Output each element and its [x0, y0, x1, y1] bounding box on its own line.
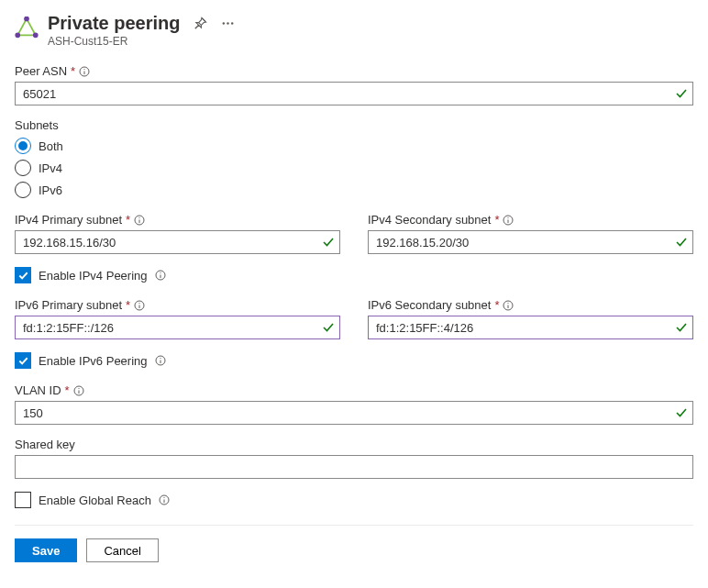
ipv6-primary-input[interactable] — [15, 316, 340, 339]
ipv4-secondary-input[interactable] — [368, 230, 693, 254]
svg-point-3 — [223, 22, 225, 24]
divider — [15, 525, 693, 526]
peer-asn-label: Peer ASN* — [15, 64, 693, 78]
enable-ipv4-checkbox[interactable]: Enable IPv4 Peering — [15, 267, 693, 283]
radio-ipv4-label: IPv4 — [39, 161, 62, 175]
ipv4-primary-input[interactable] — [15, 230, 340, 254]
radio-ipv6[interactable]: IPv6 — [15, 182, 693, 198]
ipv6-secondary-input[interactable] — [368, 316, 693, 339]
ipv4-secondary-label: IPv4 Secondary subnet* — [368, 213, 693, 227]
info-icon[interactable] — [79, 66, 90, 77]
cancel-button[interactable]: Cancel — [86, 538, 158, 562]
svg-point-14 — [508, 216, 509, 217]
info-icon[interactable] — [134, 300, 145, 311]
vlan-id-label: VLAN ID* — [15, 383, 693, 397]
enable-global-reach-label: Enable Global Reach — [39, 494, 151, 507]
svg-point-26 — [160, 358, 160, 359]
svg-point-2 — [15, 32, 20, 38]
ipv6-primary-label: IPv6 Primary subnet* — [15, 298, 340, 312]
save-button[interactable]: Save — [15, 538, 77, 562]
radio-ipv4[interactable]: IPv4 — [15, 160, 693, 176]
enable-ipv4-label: Enable IPv4 Peering — [39, 269, 148, 283]
ipv4-primary-label: IPv4 Primary subnet* — [15, 213, 340, 227]
svg-point-8 — [84, 68, 85, 69]
info-icon[interactable] — [134, 215, 145, 226]
info-icon[interactable] — [503, 215, 514, 226]
svg-point-23 — [508, 302, 509, 303]
page-subtitle: ASH-Cust15-ER — [48, 35, 693, 48]
valid-check-icon — [675, 87, 688, 100]
peer-asn-input[interactable] — [15, 82, 693, 105]
enable-ipv6-checkbox[interactable]: Enable IPv6 Peering — [15, 352, 693, 369]
svg-point-4 — [227, 22, 228, 24]
svg-point-11 — [139, 216, 140, 217]
valid-check-icon — [675, 236, 688, 249]
svg-point-20 — [139, 302, 140, 303]
radio-ipv6-label: IPv6 — [39, 183, 62, 197]
info-icon[interactable] — [155, 270, 166, 281]
valid-check-icon — [675, 406, 688, 419]
info-icon[interactable] — [159, 494, 170, 505]
svg-point-32 — [163, 497, 164, 498]
svg-point-1 — [33, 32, 39, 38]
more-icon[interactable] — [221, 17, 236, 31]
svg-point-29 — [78, 387, 79, 388]
enable-ipv6-label: Enable IPv6 Peering — [39, 354, 148, 368]
valid-check-icon — [322, 236, 335, 249]
radio-both-label: Both — [39, 139, 63, 153]
info-icon[interactable] — [503, 300, 514, 311]
valid-check-icon — [675, 321, 688, 334]
shared-key-label: Shared key — [15, 438, 693, 451]
info-icon[interactable] — [155, 355, 166, 366]
subnets-label: Subnets — [15, 118, 693, 132]
ipv6-secondary-label: IPv6 Secondary subnet* — [368, 298, 693, 312]
pin-icon[interactable] — [194, 17, 208, 31]
enable-global-reach-checkbox[interactable]: Enable Global Reach — [15, 492, 693, 508]
svg-point-17 — [160, 272, 160, 273]
radio-both[interactable]: Both — [15, 138, 693, 154]
peering-logo-icon — [15, 17, 39, 40]
subnets-radio-group: Both IPv4 IPv6 — [15, 138, 693, 198]
vlan-id-input[interactable] — [15, 401, 693, 425]
page-title: Private peering — [48, 13, 181, 34]
valid-check-icon — [322, 321, 335, 334]
shared-key-input[interactable] — [15, 455, 693, 479]
svg-point-5 — [231, 22, 233, 24]
info-icon[interactable] — [73, 385, 84, 396]
